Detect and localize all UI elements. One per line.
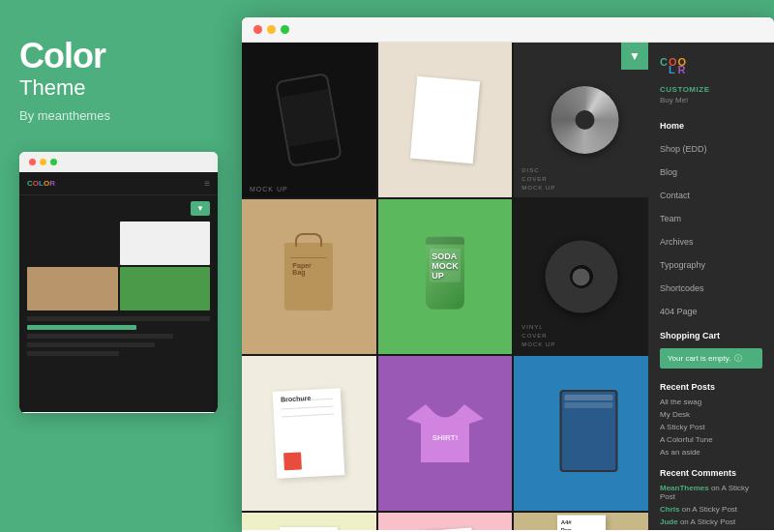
mini-list-item <box>27 351 119 356</box>
sidebar-buyme-label[interactable]: Buy Me! <box>648 96 774 112</box>
paper-mockup-2: Brochure <box>273 388 345 479</box>
recent-post-5[interactable]: As an aside <box>648 446 774 458</box>
bizcard-mockup <box>280 527 338 530</box>
sidebar-nav-link-shop[interactable]: Shop (EDD) <box>660 144 707 154</box>
portfolio-item-2[interactable] <box>378 43 513 197</box>
mockup-text: DISCCOVERMOCK UP <box>521 166 555 192</box>
mini-dot-yellow <box>40 159 46 165</box>
browser-dot-green <box>281 25 289 34</box>
tshirt-mockup: SHIRT! <box>406 399 484 467</box>
comment-text-3: on A Sticky Post <box>680 517 735 526</box>
logo-letter-r: R <box>678 65 687 75</box>
sidebar-nav-link-team[interactable]: Team <box>660 214 681 223</box>
sidebar-nav-link-home[interactable]: Home <box>660 121 684 131</box>
mini-menu-icon: ≡ <box>204 178 210 189</box>
mini-list-item <box>27 342 155 347</box>
bag-mockup: PaperBag <box>284 243 333 310</box>
sidebar-nav: Home Shop (EDD) Blog Contact Team Archiv… <box>648 112 774 321</box>
cart-empty-box: Your cart is empty. ⓘ <box>660 348 762 369</box>
mini-dot-green <box>50 159 57 165</box>
sidebar-nav-link-typography[interactable]: Typography <box>660 260 705 270</box>
sidebar-nav-item-home[interactable]: Home <box>648 112 774 135</box>
portfolio-item-7[interactable]: Brochure <box>242 356 376 511</box>
mini-grid-item <box>27 222 118 265</box>
sidebar: C O L O R CUSTOMIZE Buy Me! Home Shop (E… <box>648 43 774 530</box>
sidebar-nav-item-team[interactable]: Team <box>648 205 774 228</box>
recent-comment-2: Chris on A Sticky Post <box>648 503 774 516</box>
sidebar-nav-link-archives[interactable]: Archives <box>660 237 694 247</box>
portfolio-item-1[interactable]: MOCK UP <box>242 43 376 197</box>
mini-browser-bar <box>19 152 218 172</box>
logo-letter-l: L <box>669 65 677 75</box>
sidebar-nav-link-404[interactable]: 404 Page <box>660 307 698 316</box>
sidebar-logo: C O L O R <box>648 52 774 85</box>
cart-info-icon: ⓘ <box>734 353 742 364</box>
mini-dot-red <box>29 159 36 165</box>
browser-content: ▼ MOCK UP DISCCOVERMOCK UP <box>242 43 774 530</box>
mini-list <box>19 310 218 366</box>
comment-author-3[interactable]: Jude <box>660 517 678 526</box>
cd-mockup <box>551 86 618 154</box>
sidebar-nav-item-shop[interactable]: Shop (EDD) <box>648 135 774 159</box>
mini-filter-bar: ▼ <box>19 195 218 222</box>
mini-grid-item <box>27 267 118 310</box>
filter-button[interactable]: ▼ <box>621 43 648 70</box>
portfolio-item-4[interactable]: PaperBag <box>242 199 376 354</box>
portfolio-item-6[interactable]: VINYLCOVERMOCK UP <box>514 199 648 354</box>
mini-filter-btn: ▼ <box>191 201 210 216</box>
can-mockup: SODAMOCKUP <box>426 237 464 310</box>
recent-post-3[interactable]: A Sticky Post <box>648 421 774 433</box>
shopping-cart-title: Shopping Cart <box>648 321 774 344</box>
browser-bar <box>242 17 774 43</box>
recent-post-2[interactable]: My Desk <box>648 408 774 421</box>
recent-comments-title: Recent Comments <box>648 458 774 482</box>
sidebar-nav-link-blog[interactable]: Blog <box>660 167 677 177</box>
portfolio-item-11[interactable] <box>378 513 513 530</box>
recent-post-4[interactable]: A Colorful Tune <box>648 433 774 446</box>
sidebar-nav-item-contact[interactable]: Contact <box>648 182 774 205</box>
mini-list-item-highlight <box>27 325 136 330</box>
sidebar-nav-item-archives[interactable]: Archives <box>648 228 774 251</box>
recent-posts-title: Recent Posts <box>648 372 774 396</box>
comment-author-1[interactable]: MeanThemes <box>660 484 709 492</box>
cart-empty-text: Your cart is empty. <box>668 354 730 363</box>
sidebar-nav-link-shortcodes[interactable]: Shortcodes <box>660 283 704 293</box>
mockup-text: VINYLCOVERMOCK UP <box>521 323 555 349</box>
mini-list-item <box>27 316 210 321</box>
portfolio-item-12[interactable]: A4#Paper <box>514 513 648 530</box>
brand-title: Color Theme By meanthemes <box>19 39 218 123</box>
portfolio-item-5[interactable]: SODAMOCKUP <box>378 199 513 354</box>
portfolio-item-9[interactable] <box>514 356 648 511</box>
comment-author-2[interactable]: Chris <box>660 505 679 514</box>
phone-mockup <box>275 73 342 167</box>
portfolio-grid: MOCK UP DISCCOVERMOCK UP <box>242 43 648 530</box>
mini-list-item <box>27 334 173 339</box>
mini-browser-content: COLOR ≡ ▼ <box>19 172 218 412</box>
a4-mockup: A4#Paper <box>557 516 606 531</box>
sidebar-nav-item-typography[interactable]: Typography <box>648 251 774 275</box>
mini-grid-item <box>120 267 211 310</box>
sidebar-nav-link-contact[interactable]: Contact <box>660 191 690 200</box>
portfolio-grid-area: ▼ MOCK UP DISCCOVERMOCK UP <box>242 43 648 530</box>
mini-nav: COLOR ≡ <box>19 172 218 195</box>
browser-dot-red <box>253 25 262 34</box>
mini-grid <box>19 222 218 310</box>
mini-logo: COLOR <box>27 179 55 188</box>
portfolio-item-8[interactable]: SHIRT! <box>378 356 513 511</box>
sidebar-nav-item-blog[interactable]: Blog <box>648 159 774 182</box>
paper-mockup <box>410 76 480 163</box>
svg-text:SHIRT!: SHIRT! <box>432 433 459 442</box>
mini-grid-item <box>120 222 211 265</box>
left-panel: Color Theme By meanthemes COLOR ≡ ▼ <box>0 0 237 532</box>
sidebar-customize-label[interactable]: CUSTOMIZE <box>648 85 774 96</box>
recent-comment-1: MeanThemes on A Sticky Post <box>648 482 774 503</box>
recent-comment-3: Jude on A Sticky Post <box>648 516 774 528</box>
main-browser: ▼ MOCK UP DISCCOVERMOCK UP <box>242 17 774 532</box>
browser-dot-yellow <box>267 25 276 34</box>
sidebar-nav-item-shortcodes[interactable]: Shortcodes <box>648 275 774 298</box>
logo-letter-c: C <box>660 57 668 75</box>
tablet-mockup <box>545 385 617 482</box>
portfolio-item-10[interactable] <box>242 513 376 530</box>
recent-post-1[interactable]: All the swag <box>648 396 774 408</box>
sidebar-nav-item-404[interactable]: 404 Page <box>648 298 774 321</box>
